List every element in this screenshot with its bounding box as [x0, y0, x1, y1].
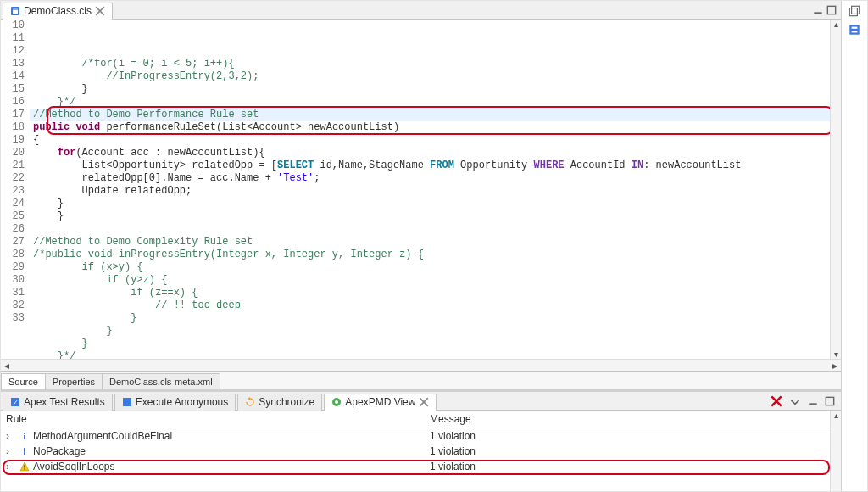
- scroll-up-icon[interactable]: ▴: [834, 411, 838, 420]
- svg-rect-13: [123, 398, 131, 406]
- warning-icon: [19, 461, 30, 472]
- expand-icon[interactable]: ›: [6, 430, 16, 442]
- code-line[interactable]: }: [30, 312, 841, 325]
- code-line[interactable]: /*for(i = 0; i < 5; i++){: [30, 58, 841, 70]
- svg-rect-27: [852, 27, 858, 29]
- info-icon: [19, 431, 30, 441]
- code-line[interactable]: }*/: [30, 96, 841, 109]
- svg-rect-23: [24, 468, 25, 469]
- panel-tab-label: Apex Test Results: [24, 396, 105, 408]
- expand-icon[interactable]: ›: [6, 461, 16, 472]
- close-tab-icon[interactable]: [95, 6, 105, 16]
- code-line[interactable]: List<Opportunity> relatedOpp = [SELECT i…: [30, 159, 841, 172]
- panel-tab-apex-test[interactable]: ✓ Apex Test Results: [3, 394, 113, 411]
- editor-bottom-tabs: Source Properties DemoClass.cls-meta.xml: [1, 371, 841, 389]
- outline-icon[interactable]: [848, 23, 861, 36]
- rule-name: NoPackage: [33, 445, 86, 457]
- code-line[interactable]: //Method to Demo Complexity Rule set: [30, 236, 841, 249]
- tab-source[interactable]: Source: [1, 373, 46, 389]
- column-header-message[interactable]: Message: [425, 411, 841, 428]
- close-tab-icon[interactable]: [419, 397, 429, 407]
- minimize-panel-icon[interactable]: [807, 395, 819, 407]
- code-line[interactable]: Update relatedOpp;: [30, 185, 841, 198]
- violation-message: 1 violation: [430, 445, 476, 457]
- code-editor[interactable]: 1011121314151617181920212223242526272829…: [1, 20, 841, 389]
- restore-icon[interactable]: [848, 4, 861, 18]
- svg-rect-19: [24, 435, 25, 439]
- code-line[interactable]: }: [30, 198, 841, 210]
- view-menu-icon[interactable]: [788, 394, 802, 408]
- svg-rect-28: [852, 31, 858, 32]
- svg-rect-22: [24, 465, 25, 468]
- panel-tab-execute-anon[interactable]: Execute Anonymous: [114, 394, 236, 411]
- code-line[interactable]: if (y>z) {: [30, 274, 841, 287]
- panel-body: Rule Message ›MethodArgumentCouldBeFinal…: [1, 411, 841, 491]
- tab-meta-xml[interactable]: DemoClass.cls-meta.xml: [102, 373, 220, 389]
- pmd-violation-row[interactable]: ›AvoidSoqlInLoops1 violation: [1, 459, 841, 474]
- panel-tab-apex-pmd[interactable]: ApexPMD View: [324, 394, 437, 411]
- code-line[interactable]: relatedOpp[0].Name = acc.Name + 'Test';: [30, 172, 841, 185]
- code-line[interactable]: //InProgressEntry(2,3,2);: [30, 70, 841, 83]
- pmd-violation-row[interactable]: ›NoPackage1 violation: [1, 444, 841, 459]
- panel-tab-label: Execute Anonymous: [136, 396, 228, 408]
- rule-name: AvoidSoqlInLoops: [33, 461, 115, 472]
- svg-rect-25: [852, 6, 860, 14]
- svg-rect-21: [24, 450, 25, 455]
- rule-name: MethodArgumentCouldBeFinal: [33, 430, 172, 442]
- editor-tab-label: DemoClass.cls: [24, 5, 92, 17]
- app-root: DemoClass.cls 10111213141516171819202122…: [0, 0, 868, 492]
- editor-horizontal-scrollbar[interactable]: ◂ ▸: [1, 359, 841, 371]
- column-header-rule[interactable]: Rule: [1, 411, 425, 428]
- code-line[interactable]: //Method to Demo Performance Rule set: [30, 109, 841, 121]
- code-body[interactable]: /*for(i = 0; i < 5; i++){ //InProgressEn…: [30, 20, 841, 359]
- svg-rect-17: [826, 397, 833, 405]
- scroll-left-icon[interactable]: ◂: [1, 360, 13, 372]
- minimize-icon[interactable]: [812, 4, 824, 16]
- svg-rect-16: [809, 403, 816, 405]
- code-line[interactable]: }: [30, 210, 841, 223]
- code-line[interactable]: }: [30, 83, 841, 96]
- code-line[interactable]: // !! too deep: [30, 299, 841, 312]
- right-toolbar: [842, 1, 867, 491]
- svg-rect-4: [827, 6, 835, 14]
- editor-vertical-scrollbar[interactable]: ▴ ▾: [830, 20, 841, 359]
- svg-rect-3: [814, 12, 821, 14]
- violation-message: 1 violation: [430, 461, 476, 472]
- maximize-icon[interactable]: [826, 4, 837, 16]
- svg-rect-20: [24, 448, 25, 450]
- svg-text:✓: ✓: [13, 399, 19, 406]
- scroll-down-icon[interactable]: ▾: [834, 349, 838, 359]
- code-line[interactable]: if (x>y) {: [30, 261, 841, 274]
- info-icon: [19, 446, 30, 456]
- code-line[interactable]: /*public void inProgressEntry(Integer x,…: [30, 249, 841, 261]
- code-line[interactable]: }: [30, 338, 841, 350]
- line-number-gutter: 1011121314151617181920212223242526272829…: [1, 20, 30, 359]
- code-line[interactable]: }: [30, 325, 841, 338]
- panel-tab-label: ApexPMD View: [345, 396, 415, 408]
- panel-vertical-scrollbar[interactable]: ▴: [830, 411, 841, 491]
- apex-file-icon: [10, 6, 20, 16]
- maximize-panel-icon[interactable]: [824, 395, 836, 407]
- expand-icon[interactable]: ›: [6, 445, 16, 457]
- scroll-right-icon[interactable]: ▸: [829, 360, 841, 372]
- scroll-up-icon[interactable]: ▴: [834, 20, 838, 29]
- pmd-violation-row[interactable]: ›MethodArgumentCouldBeFinal1 violation: [1, 428, 841, 444]
- sync-icon: [245, 397, 255, 407]
- code-line[interactable]: if (z==x) {: [30, 287, 841, 299]
- panel-tab-label: Synchronize: [259, 396, 314, 408]
- tab-properties[interactable]: Properties: [45, 373, 103, 389]
- execute-anon-icon: [122, 397, 132, 407]
- code-line[interactable]: {: [30, 134, 841, 147]
- panel-column-headers: Rule Message: [1, 411, 841, 428]
- code-line[interactable]: for(Account acc : newAccountList){: [30, 147, 841, 159]
- editor-tab-democlass[interactable]: DemoClass.cls: [3, 3, 113, 20]
- apex-test-icon: ✓: [10, 397, 20, 407]
- violation-message: 1 violation: [430, 430, 476, 442]
- code-line[interactable]: public void performanceRuleSet(List<Acco…: [30, 121, 841, 134]
- panel-tab-synchronize[interactable]: Synchronize: [237, 394, 322, 411]
- svg-rect-26: [849, 25, 859, 34]
- code-line[interactable]: }*/: [30, 350, 841, 359]
- code-line[interactable]: [30, 223, 841, 236]
- svg-rect-2: [13, 8, 18, 10]
- delete-icon[interactable]: [770, 394, 783, 408]
